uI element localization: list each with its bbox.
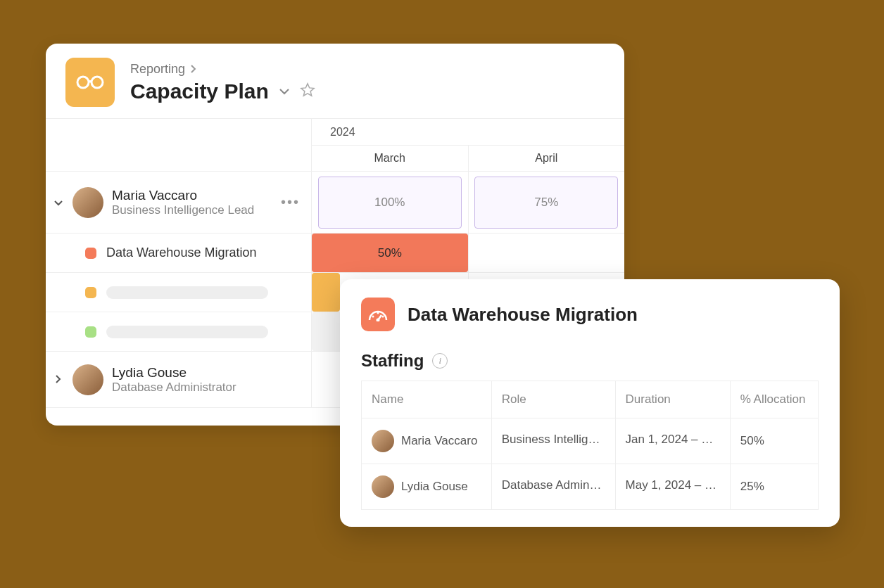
cell-duration: May 1, 2024 – … [626, 478, 716, 492]
header-text: Reporting Capacity Plan [130, 62, 315, 103]
staffing-table: Name Role Duration % Allocation Maria Va… [361, 381, 819, 510]
svg-point-4 [382, 316, 384, 318]
project-name-placeholder [106, 326, 268, 338]
collapse-toggle[interactable] [53, 196, 64, 209]
popup-title: Data Warehouse Migration [408, 304, 638, 326]
cell-allocation: 50% [730, 418, 818, 464]
project-allocation-bar[interactable]: 50% [312, 234, 468, 272]
month-april: April [469, 146, 625, 171]
card-header: Reporting Capacity Plan [46, 44, 624, 118]
col-name: Name [362, 381, 492, 418]
project-name-placeholder [106, 286, 268, 299]
col-role: Role [491, 381, 615, 418]
project-allocation-bar[interactable] [312, 273, 340, 312]
project-detail-popup: Data Warehouse Migration Staffing i Name… [340, 279, 840, 527]
chevron-right-icon [56, 375, 61, 383]
project-color-dot [85, 248, 96, 259]
chevron-down-icon [279, 88, 290, 95]
section-title: Staffing [361, 351, 424, 371]
favorite-button[interactable] [300, 82, 315, 101]
person-name[interactable]: Maria Vaccaro [112, 188, 254, 203]
cell-role: Business Intellig… [502, 433, 600, 447]
chevron-down-icon [54, 200, 63, 206]
project-row: Data Warehouse Migration 50% [46, 234, 624, 273]
col-allocation: % Allocation [730, 381, 818, 418]
cell-role: Database Admin… [502, 478, 602, 492]
expand-toggle[interactable] [53, 373, 64, 386]
avatar [372, 430, 394, 452]
project-color-dot [85, 287, 96, 298]
cell-name: Maria Vaccaro [401, 434, 477, 448]
cell-name: Lydia Gouse [401, 480, 468, 494]
project-name[interactable]: Data Warehouse Migration [106, 245, 256, 260]
cell-allocation: 25% [730, 464, 818, 510]
gauge-icon [368, 307, 388, 321]
star-icon [300, 82, 315, 98]
allocation-april[interactable]: 75% [474, 177, 618, 229]
col-duration: Duration [615, 381, 730, 418]
page-title: Capacity Plan [130, 79, 269, 103]
more-actions-button[interactable]: ••• [281, 194, 300, 210]
avatar [72, 364, 103, 395]
person-role: Business Intelligence Lead [112, 203, 254, 217]
svg-point-2 [372, 316, 374, 318]
breadcrumb-label: Reporting [130, 62, 185, 77]
person-name[interactable]: Lydia Gouse [112, 365, 236, 381]
person-role: Database Administrator [112, 381, 236, 395]
allocation-march[interactable]: 100% [318, 177, 462, 229]
svg-point-3 [377, 312, 379, 314]
breadcrumb[interactable]: Reporting [130, 62, 315, 77]
person-row-maria: Maria Vaccaro Business Intelligence Lead… [46, 172, 624, 234]
title-dropdown[interactable] [279, 85, 290, 98]
glasses-icon [76, 75, 104, 89]
table-row[interactable]: Maria Vaccaro Business Intellig… Jan 1, … [362, 418, 819, 464]
project-color-dot [85, 326, 96, 338]
svg-point-1 [91, 77, 103, 88]
avatar [72, 187, 103, 218]
svg-point-0 [77, 77, 89, 88]
month-march: March [312, 146, 469, 171]
table-row[interactable]: Lydia Gouse Database Admin… May 1, 2024 … [362, 464, 819, 510]
year-label: 2024 [312, 119, 624, 146]
app-icon [65, 58, 115, 107]
chevron-right-icon [191, 65, 196, 73]
timeline-header: 2024 March April [46, 118, 624, 172]
avatar [372, 475, 394, 498]
info-icon[interactable]: i [432, 353, 448, 369]
cell-duration: Jan 1, 2024 – … [626, 433, 714, 447]
project-icon [361, 298, 395, 331]
